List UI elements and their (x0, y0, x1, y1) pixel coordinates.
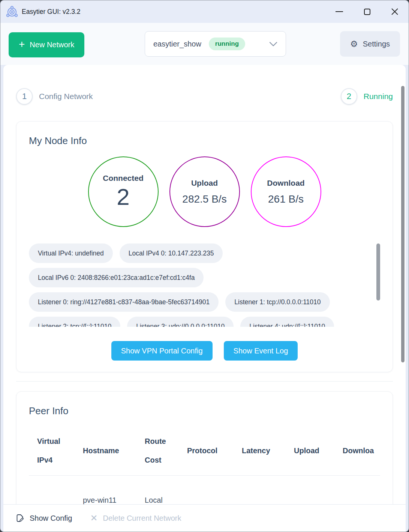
section-divider (16, 381, 393, 382)
show-config-button[interactable]: Show Config (15, 514, 72, 523)
tag-listener-0: Listener 0: ring://4127e881-c837-48aa-9b… (29, 292, 219, 312)
show-config-icon (15, 514, 24, 523)
delete-network-label: Delete Current Network (103, 514, 181, 523)
tag-local-ipv4: Local IPv4 0: 10.147.223.235 (120, 243, 223, 263)
close-icon (391, 8, 399, 15)
delete-icon: ✕ (90, 514, 97, 523)
col-upload: Upload (294, 441, 343, 460)
toolbar: + New Network easytier_show running ⚙ Se… (0, 23, 409, 65)
col-route-cost: Route Cost (145, 432, 187, 469)
cell-route-cost: Local (145, 496, 187, 504)
chevron-down-icon (269, 42, 277, 47)
settings-label: Settings (363, 40, 390, 48)
col-virtual-ipv4: Virtual IPv4 (37, 432, 83, 469)
col-latency: Latency (242, 441, 294, 460)
step2-label: Running (364, 92, 393, 101)
show-config-label: Show Config (30, 514, 72, 523)
cell-hostname: pve-win11 (83, 496, 145, 504)
show-event-log-button[interactable]: Show Event Log (224, 341, 298, 361)
app-logo-icon (6, 5, 18, 18)
upload-stat-circle: Upload 282.5 B/s (169, 156, 240, 227)
main-content: 1 Config Network 2 Running My Node Info … (3, 65, 406, 504)
new-network-label: New Network (30, 41, 74, 49)
tag-virtual-ipv4: Virtual IPv4: undefined (29, 243, 113, 263)
step-indicators: 1 Config Network 2 Running (16, 88, 393, 105)
col-protocol: Protocol (187, 441, 242, 460)
node-buttons: Show VPN Portal Config Show Event Log (29, 341, 380, 361)
connected-stat-circle: Connected 2 (88, 156, 159, 227)
download-stat-circle: Download 261 B/s (251, 156, 321, 227)
new-network-button[interactable]: + New Network (9, 32, 84, 57)
col-download: Downloa (343, 441, 381, 460)
upload-value: 282.5 B/s (182, 193, 226, 205)
step-running: 2 Running (341, 88, 393, 105)
step-config-network: 1 Config Network (16, 88, 93, 105)
node-info-title: My Node Info (29, 135, 380, 147)
download-label: Download (267, 179, 304, 188)
gear-icon: ⚙ (350, 40, 358, 48)
plus-icon: + (19, 39, 25, 50)
maximize-icon (364, 9, 370, 15)
tag-listener-2: Listener 2: tcp://[::]:11010 (29, 317, 120, 327)
peer-table-row: pve-win11 Local (29, 496, 380, 504)
step1-label: Config Network (39, 92, 93, 101)
window-title: Easytier GUI: v2.3.2 (22, 8, 81, 16)
show-vpn-portal-config-button[interactable]: Show VPN Portal Config (111, 341, 213, 361)
network-select[interactable]: easytier_show running (145, 31, 286, 57)
maximize-button[interactable] (353, 0, 381, 23)
tag-listener-4: Listener 4: udp://[::]:11010 (240, 317, 334, 327)
minimize-icon (336, 11, 343, 12)
delete-current-network-button[interactable]: ✕ Delete Current Network (90, 514, 181, 523)
upload-label: Upload (191, 179, 218, 188)
peer-table-divider (29, 475, 380, 476)
tag-listener-1: Listener 1: tcp://0.0.0.0:11010 (225, 292, 330, 312)
titlebar: Easytier GUI: v2.3.2 (0, 0, 409, 23)
main-panel: 1 Config Network 2 Running My Node Info … (3, 65, 406, 532)
connected-label: Connected (103, 174, 144, 183)
node-tags-list: Virtual IPv4: undefined Local IPv4 0: 10… (29, 243, 380, 327)
window-scrollbar[interactable] (401, 86, 405, 362)
download-value: 261 B/s (268, 193, 304, 205)
footer-bar: Show Config ✕ Delete Current Network (3, 504, 406, 532)
col-hostname: Hostname (83, 441, 145, 460)
peer-table-header: Virtual IPv4 Hostname Route Cost Protoco… (29, 432, 380, 469)
node-info-card: My Node Info Connected 2 Upload 282.5 B/… (16, 121, 393, 372)
tags-scrollbar[interactable] (376, 243, 380, 301)
node-stats: Connected 2 Upload 282.5 B/s Download 26… (29, 156, 380, 227)
close-button[interactable] (381, 0, 409, 23)
network-select-value: easytier_show (153, 40, 201, 48)
peer-info-title: Peer Info (29, 405, 380, 417)
connected-value: 2 (117, 183, 129, 210)
step1-number: 1 (16, 88, 33, 105)
minimize-button[interactable] (325, 0, 353, 23)
settings-button[interactable]: ⚙ Settings (340, 31, 400, 57)
step2-number: 2 (341, 88, 357, 105)
window-controls (325, 0, 409, 23)
tag-listener-3: Listener 3: udp://0.0.0.0:11010 (127, 317, 234, 327)
app-window: Easytier GUI: v2.3.2 + New Network easyt… (0, 0, 409, 532)
tag-local-ipv6: Local IPv6 0: 2408:8266:e01:23ca:ad1c:e7… (29, 268, 204, 287)
peer-info-card: Peer Info Virtual IPv4 Hostname Route Co… (16, 391, 393, 504)
network-status-badge: running (209, 38, 245, 50)
